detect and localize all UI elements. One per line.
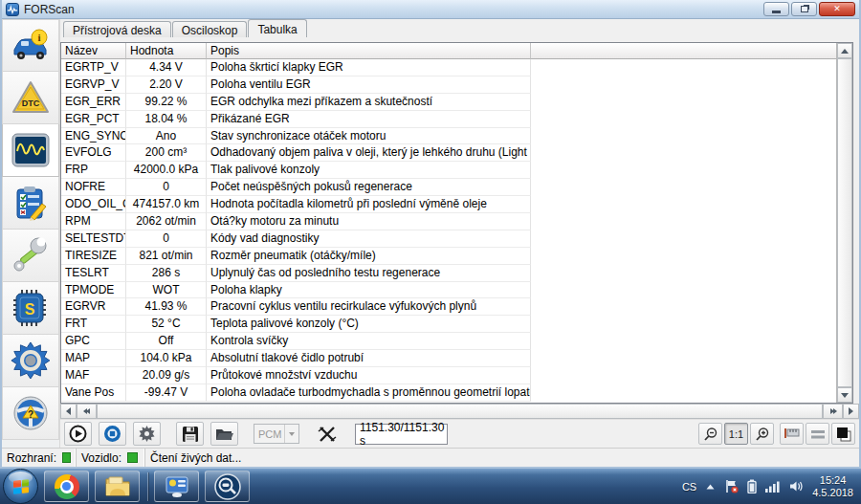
save-button[interactable]: [176, 422, 204, 446]
sidebar-item-tests[interactable]: [2, 177, 59, 230]
tab-tabulka[interactable]: Tabulka: [248, 19, 306, 37]
lines-icon: [810, 428, 826, 440]
table-row[interactable]: GPC Off Kontrola svíčky: [61, 333, 836, 350]
disconnect-icon: [318, 426, 337, 443]
table-row[interactable]: TESLRT 286 s Uplynulý čas od posledního …: [61, 265, 836, 282]
titlebar[interactable]: FORScan ✕: [2, 0, 859, 19]
background-color-button[interactable]: [831, 423, 855, 445]
vertical-scrollbar[interactable]: [836, 43, 852, 403]
arrow-up-icon: [841, 45, 849, 54]
action-center-icon[interactable]: [724, 479, 739, 493]
network-signal-icon[interactable]: [765, 480, 781, 493]
zoom-out-button[interactable]: [698, 423, 722, 445]
module-selector[interactable]: PCM: [254, 424, 299, 444]
disconnect-button[interactable]: [313, 422, 341, 446]
table-row[interactable]: FRP 42000.0 kPa Tlak palivové konzoly: [61, 162, 836, 179]
sidebar-item-service[interactable]: [2, 230, 59, 282]
status-message: Čtení živých dat...: [150, 451, 241, 465]
table-row[interactable]: EGRVP_V 2.20 V Poloha ventilu EGR: [61, 77, 836, 94]
sidebar-item-vehicle-info[interactable]: i: [2, 19, 59, 72]
table-row[interactable]: RPM 2062 ot/min Otá?ky motoru za minutu: [61, 213, 836, 230]
start-button[interactable]: [3, 469, 38, 504]
sidebar-item-help[interactable]: ?: [2, 387, 59, 440]
show-hidden-icons-button[interactable]: [705, 483, 716, 491]
horizontal-scroll-thumb[interactable]: [97, 404, 823, 419]
tab-pristrojova-deska[interactable]: Přístrojová deska: [63, 21, 171, 37]
sidebar-item-oscilloscope[interactable]: [2, 124, 59, 177]
scroll-up-button[interactable]: [837, 43, 852, 58]
scroll-left-fast-button[interactable]: [77, 404, 97, 419]
column-header-hodnota[interactable]: Hodnota: [126, 43, 207, 59]
table-row[interactable]: ENG_SYNC Ano Stav synchronizace otáček m…: [61, 128, 836, 145]
close-button[interactable]: ✕: [819, 2, 855, 16]
zoom-reset-button[interactable]: 1:1: [724, 423, 748, 445]
scroll-right-fast-button[interactable]: [823, 404, 843, 419]
windows-logo-icon: [13, 479, 29, 494]
taskbar-item-explorer[interactable]: [95, 471, 140, 502]
volume-icon[interactable]: [789, 480, 804, 493]
sidebar-item-dtc[interactable]: DTC: [2, 72, 59, 124]
stop-icon: [103, 425, 121, 443]
svg-text:i: i: [37, 32, 40, 43]
table-row[interactable]: MAP 104.0 kPa Absolutní tlakové čidlo po…: [61, 350, 836, 367]
table-row[interactable]: EGR_ERR 99.22 % EGR odchylka mezi příkaz…: [61, 94, 836, 111]
table-row[interactable]: EGRTP_V 4.34 V Poloha škrticí klapky EGR: [61, 59, 836, 77]
table-body: EGRTP_V 4.34 V Poloha škrticí klapky EGR…: [61, 59, 836, 403]
record-settings-button[interactable]: [133, 422, 161, 446]
dtc-warning-icon: DTC: [11, 79, 51, 116]
tab-osciloskop[interactable]: Osciloskop: [172, 21, 248, 37]
horizontal-scrollbar[interactable]: [60, 404, 859, 419]
statusbar: Rozhraní: Vozidlo: Čtení živých dat...: [2, 448, 859, 467]
table-row[interactable]: ODO_OIL_CH 474157.0 km Hodnota počítadla…: [61, 196, 836, 213]
play-button[interactable]: [64, 422, 92, 446]
arrow-down-icon: [841, 393, 849, 402]
taskbar-clock[interactable]: 15:24 4.5.2018: [812, 474, 853, 499]
stop-button[interactable]: [99, 422, 126, 446]
scroll-right-button[interactable]: [843, 404, 859, 419]
tab-page-tabulka: Název Hodnota Popis EGRTP_V 4.34 V Poloh…: [60, 37, 859, 404]
column-header-nazev[interactable]: Název: [61, 43, 126, 59]
table-row[interactable]: TPMODE WOT Poloha klapky: [61, 282, 836, 299]
table-row[interactable]: MAF 20.09 g/s Průtokové množství vzduchu: [61, 367, 836, 384]
taskbar-item-forscan[interactable]: [205, 471, 250, 502]
vertical-scroll-thumb[interactable]: [837, 58, 852, 387]
battery-icon[interactable]: [747, 479, 757, 493]
chevron-down-icon: [284, 425, 298, 443]
car-info-icon: i: [11, 29, 50, 63]
sidebar-item-configuration[interactable]: S: [2, 282, 59, 335]
grid-lines-button[interactable]: [806, 423, 829, 445]
window-title: FORScan: [24, 3, 75, 16]
table-row[interactable]: SELTESTDTC 0 Kódy vad diagnostiky: [61, 230, 836, 248]
table-row[interactable]: EVFOLG 200 cm³ Odhadovaný objem paliva v…: [61, 144, 836, 162]
open-button[interactable]: [210, 422, 238, 446]
arrow-right-icon: [849, 407, 857, 415]
clock-date: 4.5.2018: [812, 487, 853, 499]
sidebar-item-settings[interactable]: [2, 335, 59, 387]
taskbar-item-control-panel[interactable]: [154, 471, 199, 502]
scroll-left-button[interactable]: [60, 404, 77, 419]
table-row[interactable]: NOFRE 0 Počet neúspěšných pokusů regener…: [61, 179, 836, 196]
table-row[interactable]: FRT 52 °C Teplota palivové konzoly (°C): [61, 316, 836, 333]
taskbar-item-chrome[interactable]: [44, 471, 89, 502]
table-row[interactable]: Vane Pos -99.47 V Poloha ovladače turbod…: [61, 384, 836, 402]
tab-bar: Přístrojová deska Osciloskop Tabulka: [60, 19, 859, 37]
module-selector-value: PCM: [254, 428, 284, 440]
ruler-icon: [784, 427, 800, 441]
table-row[interactable]: EGR_PCT 18.04 % Přikázané EGR: [61, 111, 836, 128]
table-header: Název Hodnota Popis: [61, 43, 836, 59]
zoom-in-button[interactable]: [750, 423, 774, 445]
language-indicator[interactable]: CS: [682, 481, 696, 493]
scroll-down-button[interactable]: [837, 387, 852, 403]
minimize-button[interactable]: [763, 2, 789, 16]
svg-text:?: ?: [28, 409, 33, 420]
arrow-right-icon: [833, 408, 840, 414]
table-row[interactable]: TIRESIZE 821 ot/min Rozměr pneumatik (ot…: [61, 248, 836, 265]
interface-status-panel: Rozhraní:: [2, 449, 77, 467]
sidebar: i DTC: [2, 19, 60, 448]
restore-button[interactable]: [791, 2, 817, 16]
clock-time: 15:24: [812, 474, 853, 487]
measure-button[interactable]: [780, 423, 804, 445]
column-header-popis[interactable]: Popis: [207, 43, 531, 59]
table-row[interactable]: EGRVR 41.93 % Pracovní cyklus ventilu re…: [61, 298, 836, 316]
arrow-left-icon: [62, 407, 71, 415]
